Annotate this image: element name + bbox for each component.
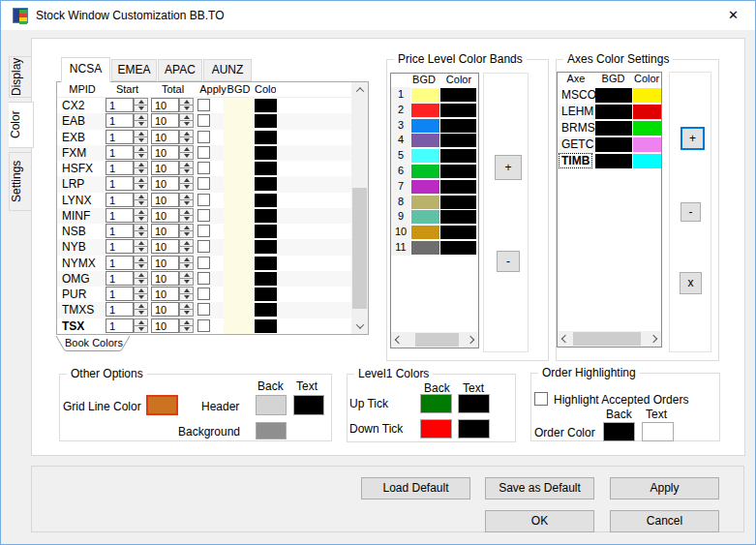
scroll-thumb[interactable] <box>415 333 459 347</box>
total-spinner-down-icon[interactable] <box>179 121 194 128</box>
total-spinner-up-icon[interactable] <box>179 318 194 326</box>
scroll-right-icon[interactable] <box>646 331 661 347</box>
start-spinner-value[interactable]: 1 <box>106 161 134 175</box>
header-back-swatch[interactable] <box>256 395 287 415</box>
start-spinner-down-icon[interactable] <box>134 310 148 317</box>
start-spinner-up-icon[interactable] <box>134 176 148 184</box>
band-bgd-swatch[interactable] <box>411 134 439 147</box>
start-spinner-value[interactable]: 1 <box>106 318 134 333</box>
start-spinner-up-icon[interactable] <box>134 239 148 247</box>
band-color-swatch[interactable] <box>440 196 476 209</box>
total-spinner-up-icon[interactable] <box>179 271 194 279</box>
tick-text-swatch[interactable] <box>458 419 490 439</box>
start-spinner-up-icon[interactable] <box>134 161 148 168</box>
total-spinner-down-icon[interactable] <box>179 216 194 223</box>
axe-bgd-swatch[interactable] <box>595 121 632 136</box>
axes-add-button[interactable]: + <box>680 127 705 150</box>
start-spinner-up-icon[interactable] <box>134 113 148 121</box>
close-button[interactable]: ✕ <box>711 1 755 30</box>
band-color-swatch[interactable] <box>440 165 476 178</box>
start-spinner-up-icon[interactable] <box>134 287 148 294</box>
tick-back-swatch[interactable] <box>420 419 452 439</box>
start-spinner-up-icon[interactable] <box>134 193 148 200</box>
bgd-swatch[interactable] <box>224 318 254 334</box>
total-spinner-up-icon[interactable] <box>179 98 194 106</box>
total-spinner-value[interactable]: 10 <box>151 302 179 317</box>
total-spinner-up-icon[interactable] <box>179 302 194 310</box>
band-color-swatch[interactable] <box>440 226 476 239</box>
start-spinner-down-icon[interactable] <box>134 263 148 270</box>
total-spinner-down-icon[interactable] <box>179 137 194 144</box>
start-spinner-down-icon[interactable] <box>134 200 148 207</box>
axe-color-swatch[interactable] <box>633 154 661 168</box>
load-default-button[interactable]: Load Default <box>361 477 470 500</box>
apply-checkbox[interactable] <box>197 194 210 206</box>
bgd-swatch[interactable] <box>224 176 254 192</box>
start-spinner-value[interactable]: 1 <box>106 224 134 238</box>
axes-hscroll[interactable] <box>558 331 661 347</box>
start-spinner-down-icon[interactable] <box>134 279 148 286</box>
total-spinner-down-icon[interactable] <box>179 247 194 254</box>
start-spinner-down-icon[interactable] <box>134 294 148 301</box>
band-bgd-swatch[interactable] <box>411 180 439 194</box>
axe-label[interactable]: TIMB <box>559 154 591 167</box>
band-color-swatch[interactable] <box>440 241 476 255</box>
start-spinner-value[interactable]: 1 <box>106 208 134 223</box>
color-swatch[interactable] <box>255 225 277 238</box>
start-spinner-value[interactable]: 1 <box>106 113 134 128</box>
apply-checkbox[interactable] <box>197 257 210 269</box>
book-colors-tab[interactable]: Book Colors <box>55 336 133 352</box>
order-back-swatch[interactable] <box>603 422 635 441</box>
start-spinner-up-icon[interactable] <box>134 256 148 263</box>
start-spinner-down-icon[interactable] <box>134 121 148 128</box>
band-bgd-swatch[interactable] <box>411 119 439 133</box>
bgd-swatch[interactable] <box>224 239 254 255</box>
start-spinner-value[interactable]: 1 <box>106 256 134 270</box>
total-spinner-down-icon[interactable] <box>179 294 194 301</box>
color-swatch[interactable] <box>255 114 277 128</box>
start-spinner-up-icon[interactable] <box>134 224 148 231</box>
color-swatch[interactable] <box>255 240 277 254</box>
bgd-swatch[interactable] <box>224 271 254 287</box>
color-swatch[interactable] <box>255 99 277 112</box>
axes-remove-button[interactable]: - <box>680 202 701 222</box>
apply-checkbox[interactable] <box>197 240 210 253</box>
start-spinner-value[interactable]: 1 <box>106 287 134 301</box>
total-spinner-down-icon[interactable] <box>179 263 194 270</box>
highlight-accepted-orders-checkbox[interactable] <box>534 392 548 406</box>
total-spinner-value[interactable]: 10 <box>151 193 179 207</box>
start-spinner-value[interactable]: 1 <box>106 98 134 112</box>
color-swatch[interactable] <box>255 162 277 175</box>
total-spinner-down-icon[interactable] <box>179 231 194 238</box>
color-swatch[interactable] <box>255 288 277 301</box>
start-spinner-down-icon[interactable] <box>134 153 148 160</box>
apply-checkbox[interactable] <box>197 225 210 237</box>
bgd-swatch[interactable] <box>224 98 254 113</box>
start-spinner-value[interactable]: 1 <box>106 145 134 160</box>
bgd-swatch[interactable] <box>224 302 254 318</box>
header-text-swatch[interactable] <box>293 395 324 415</box>
bgd-swatch[interactable] <box>224 224 254 239</box>
total-spinner-down-icon[interactable] <box>179 310 194 317</box>
start-spinner-up-icon[interactable] <box>134 145 148 153</box>
total-spinner-up-icon[interactable] <box>179 239 194 247</box>
bgd-swatch[interactable] <box>224 193 254 208</box>
start-spinner-down-icon[interactable] <box>134 231 148 238</box>
scroll-down-icon[interactable] <box>351 318 368 334</box>
scroll-up-icon[interactable] <box>351 82 368 98</box>
total-spinner-down-icon[interactable] <box>179 168 194 175</box>
band-color-swatch[interactable] <box>440 134 476 147</box>
start-spinner-up-icon[interactable] <box>134 271 148 279</box>
start-spinner-value[interactable]: 1 <box>106 193 134 207</box>
tab-settings[interactable]: Settings <box>9 152 32 211</box>
tick-text-swatch[interactable] <box>458 394 490 413</box>
bgd-swatch[interactable] <box>224 208 254 224</box>
start-spinner-up-icon[interactable] <box>134 302 148 310</box>
color-swatch[interactable] <box>255 131 277 144</box>
scroll-right-icon[interactable] <box>463 332 478 348</box>
total-spinner-up-icon[interactable] <box>179 256 194 263</box>
apply-checkbox[interactable] <box>197 114 210 127</box>
axes-delete-button[interactable]: x <box>680 272 702 294</box>
total-spinner-up-icon[interactable] <box>179 287 194 294</box>
total-spinner-value[interactable]: 10 <box>151 161 179 175</box>
